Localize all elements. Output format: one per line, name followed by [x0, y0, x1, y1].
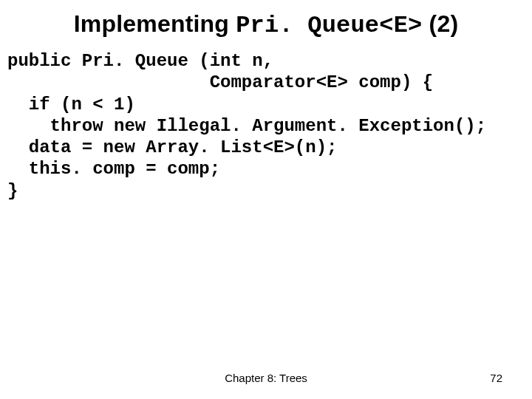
- title-prefix: Implementing: [74, 10, 236, 37]
- code-line-2: Comparator<E> comp) {: [7, 72, 433, 92]
- code-line-1: public Pri. Queue (int n,: [7, 51, 273, 71]
- code-block: public Pri. Queue (int n, Comparator<E> …: [7, 50, 525, 202]
- slide-title: Implementing Pri. Queue<E> (2): [0, 10, 532, 39]
- footer-page-number: 72: [490, 372, 502, 384]
- code-line-7: }: [7, 181, 18, 201]
- title-mono: Pri. Queue<E>: [236, 12, 422, 39]
- code-line-3: if (n < 1): [7, 95, 135, 115]
- code-line-6: this. comp = comp;: [7, 159, 220, 179]
- footer-chapter: Chapter 8: Trees: [0, 372, 532, 384]
- code-line-5: data = new Array. List<E>(n);: [7, 137, 337, 157]
- code-line-4: throw new Illegal. Argument. Exception()…: [7, 116, 486, 136]
- title-suffix: (2): [422, 10, 458, 37]
- slide: Implementing Pri. Queue<E> (2) public Pr…: [0, 0, 532, 399]
